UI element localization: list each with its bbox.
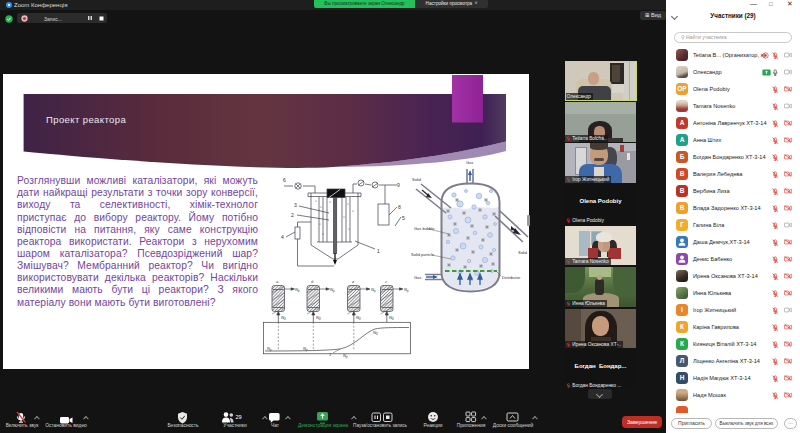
svg-text:Gas bubble: Gas bubble xyxy=(414,226,435,231)
svg-text:3: 3 xyxy=(294,202,297,208)
svg-text:г: г xyxy=(385,279,387,284)
svg-text:Np: Np xyxy=(330,287,335,293)
svg-text:5: 5 xyxy=(402,215,405,221)
svg-text:N0: N0 xyxy=(356,315,361,321)
svg-text:6: 6 xyxy=(283,177,286,183)
svg-text:Solid: Solid xyxy=(518,250,527,255)
svg-text:9: 9 xyxy=(397,182,400,188)
svg-text:N0: N0 xyxy=(389,315,394,321)
svg-text:N0: N0 xyxy=(316,315,321,321)
svg-text:Distributor: Distributor xyxy=(502,275,521,280)
svg-text:в: в xyxy=(352,279,355,284)
svg-text:N0: N0 xyxy=(281,315,286,321)
svg-text:Solid particle: Solid particle xyxy=(411,252,435,257)
svg-text:Gas: Gas xyxy=(466,160,473,165)
svg-text:1: 1 xyxy=(377,248,380,254)
svg-text:1: 1 xyxy=(329,352,331,357)
svg-text:Np: Np xyxy=(303,346,308,352)
svg-text:Solid: Solid xyxy=(412,177,421,182)
svg-text:б: б xyxy=(311,279,314,284)
svg-text:2: 2 xyxy=(291,212,294,218)
svg-text:Np: Np xyxy=(295,287,300,293)
svg-text:8: 8 xyxy=(398,204,401,210)
svg-text:29: 29 xyxy=(236,414,242,420)
svg-text:а: а xyxy=(276,279,279,284)
svg-text:N0: N0 xyxy=(373,330,378,336)
svg-text:Np: Np xyxy=(371,287,376,293)
svg-text:Np: Np xyxy=(404,287,409,293)
svg-text:Gas: Gas xyxy=(414,275,421,280)
svg-text:4: 4 xyxy=(281,234,284,240)
